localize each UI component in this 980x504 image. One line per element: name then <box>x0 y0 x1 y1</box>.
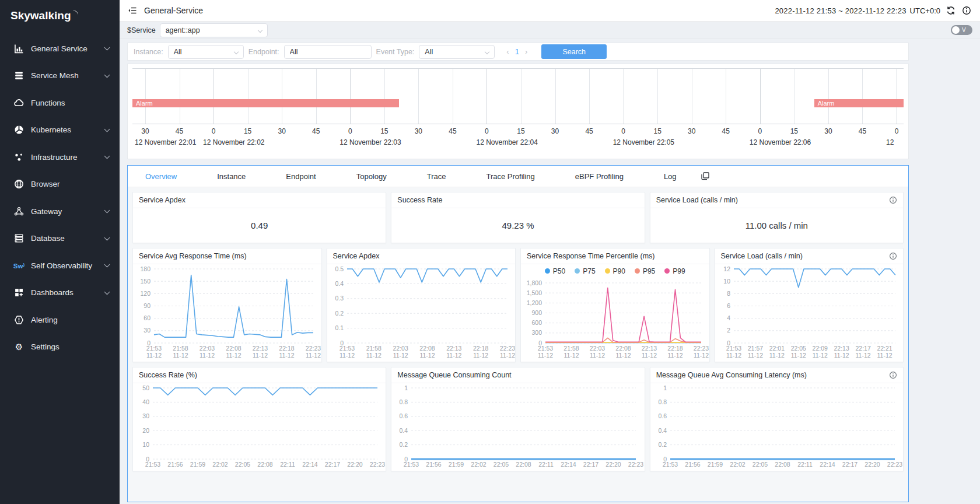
chevron-down-icon <box>104 72 110 78</box>
svg-text:10: 10 <box>723 278 730 285</box>
prev-page-button[interactable]: ‹ <box>506 47 509 56</box>
svg-text:20: 20 <box>142 427 149 434</box>
sidebar-item-browser[interactable]: Browser <box>0 171 120 198</box>
sidebar-item-functions[interactable]: Functions <box>0 89 120 117</box>
sidebar-item-general-service[interactable]: General Service <box>0 35 120 62</box>
grid-plus-icon <box>13 287 24 298</box>
svg-text:22:23: 22:23 <box>887 461 902 468</box>
svg-text:0.4: 0.4 <box>658 427 667 434</box>
svg-text:22:14: 22:14 <box>561 461 576 468</box>
skywalking-logo[interactable]: Skywalking <box>0 0 120 22</box>
dashboard-panel: OverviewInstanceEndpointTopologyTraceTra… <box>127 165 909 502</box>
info-icon[interactable] <box>889 196 897 204</box>
tab-ebpf-profiling[interactable]: eBPF Profiling <box>575 172 624 181</box>
success-rate-card: Success Rate49.23 % <box>391 192 645 243</box>
svg-text:11-12: 11-12 <box>642 352 657 359</box>
legend-item-p95[interactable]: P95 <box>635 267 655 275</box>
timeline-tick-label: 0 <box>485 127 489 135</box>
card-title: Service Load (calls / min) <box>656 196 738 204</box>
sidebar-item-gateway[interactable]: Gateway <box>0 198 120 225</box>
chevron-down-icon <box>257 27 262 32</box>
svg-text:22:08: 22:08 <box>226 345 241 352</box>
legend-item-p50[interactable]: P50 <box>545 267 565 275</box>
svg-text:11-12: 11-12 <box>279 352 294 359</box>
service-avg-response-time-card: Service Avg Response Time (ms)0306090120… <box>132 248 322 362</box>
svg-text:6: 6 <box>727 302 730 309</box>
chevron-down-icon <box>104 126 110 132</box>
svg-text:600: 600 <box>531 319 542 326</box>
refresh-icon[interactable] <box>946 6 956 16</box>
cards-area: Service Apdex0.49Success Rate49.23 %Serv… <box>128 187 908 476</box>
sidebar-item-infrastructure[interactable]: Infrastructure <box>0 144 120 171</box>
event-type-select[interactable]: All <box>419 45 495 59</box>
tab-topology[interactable]: Topology <box>356 172 387 181</box>
legend-dot <box>635 268 640 274</box>
search-button[interactable]: Search <box>541 44 607 59</box>
svg-text:22:23: 22:23 <box>370 461 385 468</box>
timeline-tick-label: 45 <box>585 127 593 135</box>
version-toggle[interactable]: V <box>951 25 972 35</box>
svg-text:22:08: 22:08 <box>775 461 790 468</box>
svg-text:21:58: 21:58 <box>173 345 188 352</box>
service-load-calls-min--card: Service Load (calls / min)11.00 calls / … <box>650 192 904 243</box>
card-title: Service Avg Response Time (ms) <box>139 252 247 260</box>
collapse-menu-icon[interactable] <box>128 6 138 16</box>
sidebar-item-label: Dashboards <box>31 288 74 297</box>
time-range[interactable]: 2022-11-12 21:53 ~ 2022-11-12 22:23 <box>775 6 906 15</box>
tab-trace[interactable]: Trace <box>427 172 446 181</box>
next-page-button[interactable]: › <box>525 47 527 56</box>
sidebar-item-dashboards[interactable]: Dashboards <box>0 279 120 307</box>
timeline-gridline <box>897 69 897 124</box>
card-title: Message Queue Avg Consuming Latency (ms) <box>656 371 807 379</box>
sidebar-item-service-mesh[interactable]: Service Mesh <box>0 62 120 90</box>
tab-overview[interactable]: Overview <box>145 172 177 181</box>
legend-item-p99[interactable]: P99 <box>664 267 685 275</box>
instance-select[interactable]: All <box>168 45 244 59</box>
svg-text:22:23: 22:23 <box>694 345 709 352</box>
message-queue-consuming-count-card: Message Queue Consuming Count00.20.40.60… <box>391 367 645 471</box>
svg-text:11-12: 11-12 <box>769 352 784 359</box>
sidebar-item-label: Service Mesh <box>31 71 79 80</box>
copy-dashboard-icon[interactable] <box>701 172 710 181</box>
sidebar-item-alerting[interactable]: Alerting <box>0 306 120 334</box>
svg-text:11-12: 11-12 <box>855 352 870 359</box>
svg-text:22:13: 22:13 <box>253 345 268 352</box>
svg-text:22:23: 22:23 <box>306 345 321 352</box>
svg-text:21:53: 21:53 <box>404 461 419 468</box>
legend-item-p75[interactable]: P75 <box>575 267 595 275</box>
info-icon[interactable] <box>889 371 897 379</box>
alarm-timeline-panel: AlarmAlarm 30450153045015304501530450153… <box>127 64 909 159</box>
alarm-bar[interactable]: Alarm <box>814 99 904 107</box>
svg-text:30: 30 <box>144 327 150 334</box>
alarm-timeline-chart[interactable]: AlarmAlarm <box>132 68 904 124</box>
service-load-chart-card: Service Load (calls / min)02468101221:53… <box>715 248 904 362</box>
info-icon[interactable] <box>962 6 972 16</box>
sidebar-item-database[interactable]: Database <box>0 225 120 253</box>
timeline-tick-label: 15 <box>517 127 524 135</box>
timeline-gridline <box>624 69 624 124</box>
sidebar-item-settings[interactable]: ⚙Settings <box>0 334 120 361</box>
service-select[interactable]: agent::app <box>160 23 268 37</box>
svg-text:11-12: 11-12 <box>538 352 553 359</box>
svg-text:11-12: 11-12 <box>473 352 488 359</box>
tab-instance[interactable]: Instance <box>217 172 246 181</box>
chart-legend: P50P75P90P95P99 <box>521 264 709 278</box>
tab-log[interactable]: Log <box>664 172 677 181</box>
svg-text:22:13: 22:13 <box>834 345 849 352</box>
svg-text:11-12: 11-12 <box>253 352 268 359</box>
tab-endpoint[interactable]: Endpoint <box>286 172 316 181</box>
alarm-bar[interactable]: Alarm <box>132 99 399 107</box>
svg-text:30: 30 <box>142 412 149 419</box>
info-icon[interactable] <box>889 252 897 260</box>
sidebar-item-self-observability[interactable]: Sw)Self Observability <box>0 252 120 279</box>
svg-text:8: 8 <box>727 290 730 297</box>
current-page[interactable]: 1 <box>515 47 519 56</box>
svg-text:21:53: 21:53 <box>339 345 354 352</box>
endpoint-input[interactable] <box>284 45 372 59</box>
success-rate-chart: 0102030405021:5321:5621:5922:0222:0522:0… <box>133 383 386 471</box>
chevron-down-icon <box>104 208 110 214</box>
legend-item-p90[interactable]: P90 <box>605 267 625 275</box>
sidebar-item-kubernetes[interactable]: Kubernetes <box>0 117 120 144</box>
svg-text:22:20: 22:20 <box>864 461 880 468</box>
tab-trace-profiling[interactable]: Trace Profiling <box>486 172 534 181</box>
